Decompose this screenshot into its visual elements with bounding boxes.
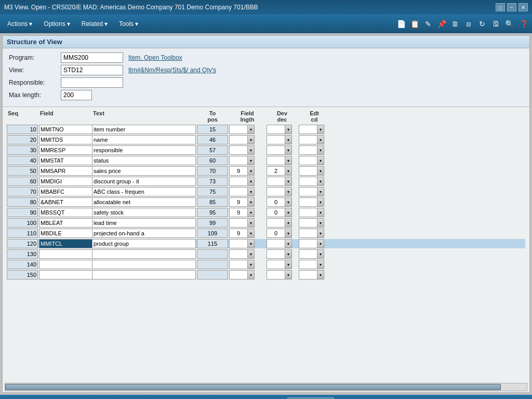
edt-cd-dropdown[interactable]: ▾: [317, 166, 324, 176]
new-icon[interactable]: 📄: [395, 18, 407, 30]
tools-menu[interactable]: Tools ▾: [114, 18, 143, 30]
seq-input[interactable]: [7, 229, 38, 238]
to-pos-input[interactable]: [197, 197, 228, 207]
edt-cd-dropdown[interactable]: ▾: [317, 218, 324, 228]
field-lngth-input[interactable]: [229, 229, 247, 238]
dev-dec-dropdown[interactable]: ▾: [285, 249, 292, 259]
edt-cd-input[interactable]: [299, 187, 317, 196]
field-lngth-dropdown[interactable]: ▾: [247, 208, 255, 217]
seq-input[interactable]: [7, 135, 38, 144]
to-pos-input[interactable]: [197, 166, 228, 176]
seq-input[interactable]: [7, 208, 38, 217]
dev-dec-input[interactable]: [267, 260, 285, 269]
text-input[interactable]: [92, 187, 196, 196]
field-lngth-input[interactable]: [229, 145, 247, 155]
edt-cd-input[interactable]: [299, 229, 317, 238]
view-input[interactable]: [61, 65, 123, 75]
dev-dec-input[interactable]: [267, 249, 285, 259]
dev-dec-input[interactable]: [267, 145, 285, 155]
program-link[interactable]: Item. Open Toolbox: [128, 54, 182, 61]
seq-input[interactable]: [7, 187, 38, 196]
dev-dec-dropdown[interactable]: ▾: [285, 208, 292, 217]
seq-input[interactable]: [7, 125, 38, 134]
view-link[interactable]: Itm#&Nm/Resp/Sts/$/ and Qty's: [128, 66, 216, 74]
edt-cd-dropdown[interactable]: ▾: [317, 125, 324, 134]
field-lngth-dropdown[interactable]: ▾: [247, 218, 255, 228]
field-lngth-input[interactable]: [229, 260, 247, 269]
field-lngth-input[interactable]: [229, 187, 247, 196]
field-lngth-input[interactable]: [229, 249, 247, 259]
dev-dec-dropdown[interactable]: ▾: [285, 260, 292, 269]
seq-input[interactable]: [7, 197, 38, 207]
dev-dec-dropdown[interactable]: ▾: [285, 187, 292, 196]
field-lngth-dropdown[interactable]: ▾: [247, 249, 255, 259]
edt-cd-dropdown[interactable]: ▾: [317, 229, 324, 238]
edit-icon[interactable]: ✎: [422, 18, 434, 30]
text-input[interactable]: [92, 218, 196, 228]
edt-cd-dropdown[interactable]: ▾: [317, 270, 324, 280]
edt-cd-input[interactable]: [299, 218, 317, 228]
edt-cd-dropdown[interactable]: ▾: [317, 156, 324, 165]
field-lngth-input[interactable]: [229, 156, 247, 165]
program-input[interactable]: [61, 52, 123, 63]
field-lngth-input[interactable]: [229, 177, 247, 186]
dev-dec-dropdown[interactable]: ▾: [285, 125, 292, 134]
edt-cd-input[interactable]: [299, 156, 317, 165]
field-lngth-dropdown[interactable]: ▾: [247, 177, 255, 186]
text-input[interactable]: [92, 135, 196, 144]
field-lngth-input[interactable]: [229, 197, 247, 207]
edt-cd-input[interactable]: [299, 145, 317, 155]
copy-icon[interactable]: 📋: [408, 18, 421, 30]
text-input[interactable]: [92, 166, 196, 176]
seq-input[interactable]: [7, 239, 38, 248]
to-pos-input[interactable]: [197, 156, 228, 165]
dev-dec-input[interactable]: [267, 166, 285, 176]
field-lngth-input[interactable]: [229, 208, 247, 217]
dev-dec-input[interactable]: [267, 135, 285, 144]
dev-dec-input[interactable]: [267, 187, 285, 196]
paste-icon[interactable]: 📌: [435, 18, 448, 30]
restore-button[interactable]: ◻: [496, 3, 505, 11]
field-lngth-dropdown[interactable]: ▾: [247, 270, 255, 280]
edt-cd-input[interactable]: [299, 135, 317, 144]
dev-dec-input[interactable]: [267, 208, 285, 217]
seq-input[interactable]: [7, 145, 38, 155]
dev-dec-dropdown[interactable]: ▾: [285, 239, 292, 248]
dev-dec-dropdown[interactable]: ▾: [285, 229, 292, 238]
field-lngth-dropdown[interactable]: ▾: [247, 166, 255, 176]
edt-cd-input[interactable]: [299, 125, 317, 134]
to-pos-input[interactable]: [197, 145, 228, 155]
dev-dec-dropdown[interactable]: ▾: [285, 177, 292, 186]
field-lngth-dropdown[interactable]: ▾: [247, 197, 255, 207]
edt-cd-dropdown[interactable]: ▾: [317, 135, 324, 144]
seq-input[interactable]: [7, 156, 38, 165]
field-lngth-dropdown[interactable]: ▾: [247, 125, 255, 134]
minimize-button[interactable]: −: [507, 3, 516, 11]
dev-dec-input[interactable]: [267, 218, 285, 228]
field-lngth-input[interactable]: [229, 135, 247, 144]
refresh-icon[interactable]: ↻: [476, 18, 488, 30]
text-input[interactable]: [92, 249, 196, 259]
field-lngth-input[interactable]: [229, 239, 247, 248]
to-pos-input[interactable]: [197, 135, 228, 144]
edt-cd-input[interactable]: [299, 239, 317, 248]
help-icon[interactable]: ❓: [517, 18, 530, 30]
dev-dec-dropdown[interactable]: ▾: [285, 135, 292, 144]
edt-cd-input[interactable]: [299, 260, 317, 269]
field-lngth-dropdown[interactable]: ▾: [247, 260, 255, 269]
delete-icon[interactable]: 🗎: [449, 18, 461, 30]
dev-dec-input[interactable]: [267, 177, 285, 186]
field-lngth-dropdown[interactable]: ▾: [247, 156, 255, 165]
edt-cd-input[interactable]: [299, 208, 317, 217]
dev-dec-input[interactable]: [267, 239, 285, 248]
to-pos-input[interactable]: [197, 249, 228, 259]
cancel-icon[interactable]: ⦻: [462, 18, 475, 30]
seq-input[interactable]: [7, 260, 38, 269]
text-input[interactable]: [92, 270, 196, 280]
edt-cd-input[interactable]: [299, 197, 317, 207]
dev-dec-input[interactable]: [267, 156, 285, 165]
edt-cd-dropdown[interactable]: ▾: [317, 249, 324, 259]
seq-input[interactable]: [7, 249, 38, 259]
dev-dec-dropdown[interactable]: ▾: [285, 218, 292, 228]
dev-dec-dropdown[interactable]: ▾: [285, 156, 292, 165]
